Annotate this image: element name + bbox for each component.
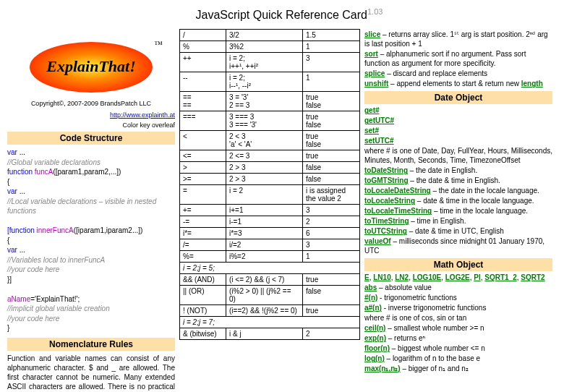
method-link[interactable]: valueOf [364,237,391,245]
method-desc: ceil(n) – smallest whole number >= n [364,323,552,333]
method-link[interactable]: get# [364,106,380,114]
table-cell: 1 [303,251,360,263]
table-cell: i is assigned the value 2 [303,185,360,205]
table-cell: 3 = '3' 2 == 3 [226,92,303,111]
table-cell: ! (NOT) [180,305,226,317]
method-link[interactable]: setUTC# [364,137,394,145]
site-link[interactable]: http://www.explainth.at [7,111,175,119]
table-cell: 1 [303,41,360,53]
method-link[interactable]: toGMTString [364,176,409,184]
const-link[interactable]: E [364,273,369,281]
method-link[interactable]: toLocaleString [364,197,415,205]
method-link[interactable]: toDateString [364,166,408,174]
table-cell: -- [180,72,226,92]
table-cell: i%=2 [226,251,303,263]
table-cell: < [180,131,226,150]
method-link[interactable]: abs [364,284,377,291]
method-link[interactable]: exp(n) [364,334,386,342]
table-cell: true false [303,92,360,111]
copyright: Copyright©, 2007-2009 BrandsPatch LLC [7,100,175,107]
method-desc: sort – alphanumeric sort if no argument.… [364,49,552,68]
const-link[interactable]: LN10 [373,273,390,281]
table-subheader: i = 2;j = 5; [180,263,360,274]
table-cell: 1 [303,72,360,92]
section-header: Math Object [364,258,552,271]
table-cell: true false [303,131,360,150]
table-cell: & (bitwise) [180,328,226,340]
color-key-note: Color key overleaf [7,122,175,129]
table-cell: % [180,41,226,53]
method-desc: toUTCString – date & time in UTC, Englis… [364,226,552,236]
table-cell: && (AND) [180,274,226,286]
method-link[interactable]: toLocaleTimeString [364,207,432,215]
method-link[interactable]: getUTC# [364,116,394,124]
table-cell: / [180,30,226,41]
nom-para-1: Function and variable names can consist … [7,354,175,392]
table-cell: /= [180,239,226,251]
const-link[interactable]: LN2 [395,273,409,281]
const-link[interactable]: PI [474,273,480,281]
method-desc: log(n) – logarithm of n to the base e [364,354,552,363]
const-link[interactable]: LOG10E [413,273,441,281]
const-link[interactable]: SQRT2 [521,273,544,281]
logo: ExplainThat!™ [7,42,175,94]
method-link[interactable]: a#(n) [364,304,382,312]
method-link[interactable]: floor(n) [364,344,390,352]
method-desc: toDateString – the date in English. [364,166,552,175]
operators-table: /3/21.5%3%21++i = 2; i++¹, ++i²3--i = 2;… [179,29,360,340]
table-cell: i = 2 [226,185,303,205]
method-desc: exp(n) – returns eⁿ [364,333,552,343]
const-link[interactable]: SQRT1_2 [484,273,516,281]
table-cell: 2 > 3 [226,162,303,174]
table-cell: 2 < 3 'a' < 'A' [226,131,303,150]
method-desc: valueOf – milliseconds since midnight 01… [364,237,552,255]
table-cell: 6 [303,228,360,239]
table-cell: 1.5 [303,30,360,41]
method-link[interactable]: ceil(n) [364,324,385,332]
method-desc: toLocaleDateString – the date in the loc… [364,186,552,195]
method-link[interactable]: sort [364,50,378,58]
method-link[interactable]: splice [364,69,385,77]
table-cell: >= [180,174,226,185]
method-link[interactable]: set# [364,127,379,135]
method-desc: toTimeString – time in English. [364,216,552,226]
table-cell: = [180,185,226,205]
table-cell: true [303,150,360,162]
method-desc: toGMTString – the date & time in English… [364,176,552,185]
table-cell: (i==2) && !(j%2 == 0) [226,305,303,317]
table-cell: false [303,286,360,305]
table-cell: false [303,174,360,185]
table-cell: 2 [303,328,360,340]
section-code-structure: Code Structure [7,132,175,145]
method-desc: a#(n) - inverse trigonometric functions [364,303,552,312]
table-cell: 3 [303,205,360,216]
table-cell: == == [180,92,226,111]
const-link[interactable]: LOG2E [445,273,470,281]
table-cell: (i <= 2) && (j < 7) [226,274,303,286]
method-link[interactable]: slice [364,30,380,38]
table-cell: i-=1 [226,216,303,228]
table-cell: 2 <= 3 [226,150,303,162]
section-header: Date Object [364,91,552,104]
method-link[interactable]: #(n) [364,294,377,302]
method-link[interactable]: log(n) [364,354,385,362]
method-desc: slice – returns array slice. 1ˢᵗ arg is … [364,30,552,48]
table-cell: i = 2; i++¹, ++i² [226,53,303,72]
method-desc: unshift – append elements to start & ret… [364,79,552,88]
table-cell: || (OR) [180,286,226,305]
method-link[interactable]: max(n₁,n₂) [364,365,401,372]
method-link[interactable]: toUTCString [364,227,407,235]
table-cell: 2 [303,216,360,228]
method-link[interactable]: unshift [364,80,388,88]
table-cell: 3/2 [226,30,303,41]
method-link[interactable]: toTimeString [364,217,409,225]
table-cell: === [180,111,226,131]
page-title: JavaScript Quick Reference Card1.03 [7,7,564,22]
table-cell: += [180,205,226,216]
table-cell: i/=2 [226,239,303,251]
method-desc: abs – absolute value [364,283,552,292]
table-cell: true [303,274,360,286]
method-link[interactable]: toLocaleDateString [364,187,431,195]
table-cell: i+=1 [226,205,303,216]
table-subheader: i = 2;j = 7; [180,317,360,328]
